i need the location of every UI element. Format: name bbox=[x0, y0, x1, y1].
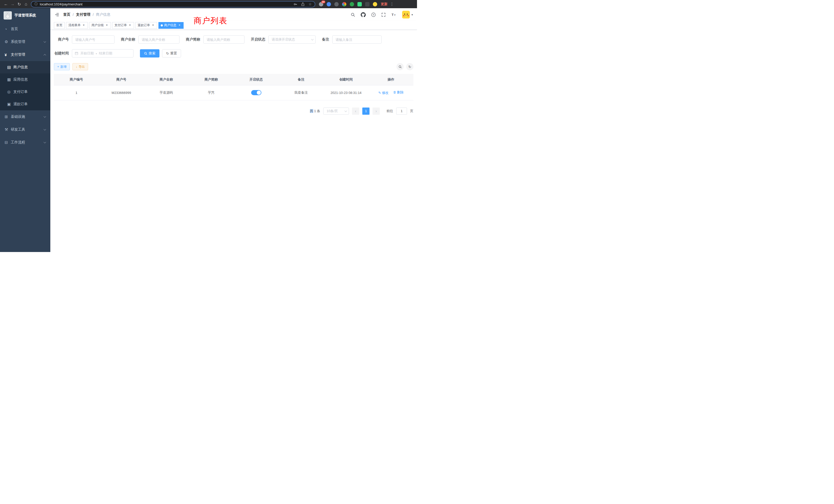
goto-page-input[interactable] bbox=[396, 108, 407, 115]
fullscreen-icon[interactable] bbox=[381, 13, 386, 17]
delete-link[interactable]: 删除 bbox=[393, 90, 404, 95]
tab-label: 商户信息 bbox=[164, 23, 176, 27]
browser-forward-icon[interactable]: → bbox=[9, 2, 16, 6]
dashboard-icon: ◔ bbox=[5, 27, 11, 31]
chevron-down-icon bbox=[44, 115, 46, 118]
sidebar-item-pay-order[interactable]: ◎ 支付订单 bbox=[0, 86, 50, 98]
merchant-table: 商户编号 商户号 商户全称 商户简称 开启状态 备注 创建时间 操作 1 M23… bbox=[54, 74, 413, 100]
extension-icon[interactable] bbox=[327, 2, 331, 6]
tab-label: 用户分组 bbox=[91, 23, 104, 27]
extension-icon[interactable] bbox=[357, 2, 362, 6]
short-name-input[interactable] bbox=[203, 36, 244, 44]
remark-input[interactable] bbox=[332, 36, 381, 44]
tab-refund-order[interactable]: 退款订单 × bbox=[135, 22, 157, 29]
pagination: 共 1 条 10条/页 ‹ 1 › 前往 页 bbox=[54, 108, 413, 115]
full-name-input[interactable] bbox=[138, 36, 179, 44]
search-button[interactable]: 搜索 bbox=[140, 49, 159, 58]
browser-home-icon[interactable]: ⌂ bbox=[23, 2, 29, 6]
extensions-area: 10 bbox=[319, 2, 377, 6]
browser-update-button[interactable]: 更新 bbox=[381, 2, 388, 6]
sidebar-item-label: 应用信息 bbox=[13, 77, 28, 82]
add-button[interactable]: + 新增 bbox=[54, 63, 70, 70]
extension-icon[interactable]: 10 bbox=[319, 2, 323, 6]
export-button[interactable]: ↓ 导出 bbox=[72, 63, 88, 70]
tab-home[interactable]: 首页 bbox=[54, 22, 65, 29]
date-separator: - bbox=[96, 51, 97, 55]
next-page-button[interactable]: › bbox=[373, 108, 380, 115]
tab-merchant-info[interactable]: 商户信息 × bbox=[158, 22, 183, 29]
status-select[interactable]: 请选择开启状态 bbox=[268, 36, 315, 44]
extension-icon[interactable] bbox=[373, 2, 377, 6]
tab-process-form[interactable]: 流程表单 × bbox=[66, 22, 88, 29]
extension-icon[interactable] bbox=[365, 2, 370, 6]
sidebar-item-refund-order[interactable]: ▣ 退款订单 bbox=[0, 98, 50, 110]
prev-page-button[interactable]: ‹ bbox=[352, 108, 359, 115]
sidebar-item-payment[interactable]: ¥ 支付管理 bbox=[0, 48, 50, 61]
target-icon: ◎ bbox=[7, 90, 13, 94]
sidebar-item-label: 商户信息 bbox=[13, 65, 28, 70]
sidebar-item-merchant-info[interactable]: ▤ 商户信息 bbox=[0, 61, 50, 73]
infra-icon: ⊞ bbox=[5, 114, 11, 119]
user-avatar-menu[interactable]: ▾ bbox=[402, 11, 413, 19]
help-icon[interactable]: ? bbox=[371, 13, 376, 17]
create-time-range-picker[interactable]: 开始日期 - 结束日期 bbox=[72, 49, 133, 58]
page-number-button[interactable]: 1 bbox=[362, 108, 370, 115]
tab-close-icon[interactable]: × bbox=[151, 24, 155, 27]
sidebar-item-label: 首页 bbox=[11, 27, 18, 31]
tab-close-icon[interactable]: × bbox=[178, 24, 181, 27]
total-count: 1 bbox=[314, 109, 316, 113]
export-button-label: 导出 bbox=[79, 65, 85, 69]
col-operation: 操作 bbox=[369, 74, 413, 85]
site-info-icon[interactable]: ⓘ bbox=[35, 2, 38, 6]
browser-reload-icon[interactable]: ↻ bbox=[16, 2, 23, 7]
password-key-icon[interactable] bbox=[293, 2, 297, 6]
edit-link[interactable]: ✎修改 bbox=[378, 91, 389, 95]
sidebar-item-home[interactable]: ◔ 首页 bbox=[0, 23, 50, 36]
toggle-search-icon[interactable] bbox=[396, 63, 404, 70]
tab-close-icon[interactable]: × bbox=[82, 24, 86, 27]
tab-user-group[interactable]: 用户分组 × bbox=[89, 22, 111, 29]
page-size-select[interactable]: 10条/页 bbox=[323, 108, 349, 115]
sidebar-item-workflow[interactable]: ⊟ 工作流程 bbox=[0, 136, 50, 149]
browser-back-icon[interactable]: ← bbox=[3, 2, 9, 6]
tab-close-icon[interactable]: × bbox=[128, 24, 132, 27]
chevron-down-icon bbox=[311, 38, 314, 41]
address-bar[interactable]: ⓘ localhost:1024/pay/merchant ☆ bbox=[31, 1, 315, 7]
tab-pay-order[interactable]: 支付订单 × bbox=[112, 22, 134, 29]
tab-close-icon[interactable]: × bbox=[105, 24, 109, 27]
sidebar-item-system[interactable]: ⚙ 系统管理 bbox=[0, 36, 50, 48]
bookmark-star-icon[interactable]: ☆ bbox=[308, 2, 312, 6]
svg-text:?: ? bbox=[373, 13, 374, 16]
avatar bbox=[402, 11, 410, 19]
top-navbar: 首页 / 支付管理 / 商户信息 ? T bbox=[50, 8, 417, 21]
font-size-icon[interactable]: TT bbox=[391, 13, 396, 17]
github-icon[interactable] bbox=[361, 12, 366, 17]
status-select-placeholder: 请选择开启状态 bbox=[272, 37, 295, 42]
extension-icon[interactable] bbox=[342, 2, 346, 6]
browser-menu-icon[interactable]: ⋮ bbox=[390, 2, 394, 6]
col-merchant-id: 商户编号 bbox=[54, 74, 99, 85]
sidebar-collapse-icon[interactable] bbox=[54, 13, 59, 17]
extension-icon[interactable] bbox=[334, 2, 339, 6]
sidebar-item-infra[interactable]: ⊞ 基础设施 bbox=[0, 110, 50, 123]
search-icon[interactable] bbox=[351, 13, 355, 17]
extension-icon[interactable] bbox=[350, 2, 354, 6]
breadcrumb-separator: / bbox=[93, 13, 94, 17]
breadcrumb-payment[interactable]: 支付管理 bbox=[76, 12, 90, 17]
sidebar: 芋道管理系统 ◔ 首页 ⚙ 系统管理 ¥ 支付管理 ▤ 商户信息 bbox=[0, 8, 50, 252]
breadcrumb-home[interactable]: 首页 bbox=[63, 12, 70, 17]
share-icon[interactable] bbox=[301, 2, 305, 6]
sidebar-item-app-info[interactable]: ▦ 应用信息 bbox=[0, 73, 50, 86]
reset-button[interactable]: ↻ 重置 bbox=[162, 49, 181, 58]
sidebar-item-devtools[interactable]: ⚒ 研发工具 bbox=[0, 123, 50, 136]
table-row: 1 M233666999 芋道源码 芋艿 我是备注 2021-10-23 08:… bbox=[54, 85, 413, 100]
svg-text:T: T bbox=[392, 13, 394, 17]
status-toggle[interactable] bbox=[251, 90, 261, 95]
sidebar-item-label: 支付管理 bbox=[11, 52, 25, 57]
merchant-no-input[interactable] bbox=[72, 36, 114, 44]
extension-badge: 10 bbox=[321, 1, 325, 3]
sidebar-menu: ◔ 首页 ⚙ 系统管理 ¥ 支付管理 ▤ 商户信息 ▦ 应用信息 bbox=[0, 23, 50, 149]
refresh-table-icon[interactable]: ↻ bbox=[406, 63, 413, 70]
date-start-placeholder: 开始日期 bbox=[80, 51, 94, 56]
sidebar-logo[interactable]: 芋道管理系统 bbox=[0, 8, 50, 23]
